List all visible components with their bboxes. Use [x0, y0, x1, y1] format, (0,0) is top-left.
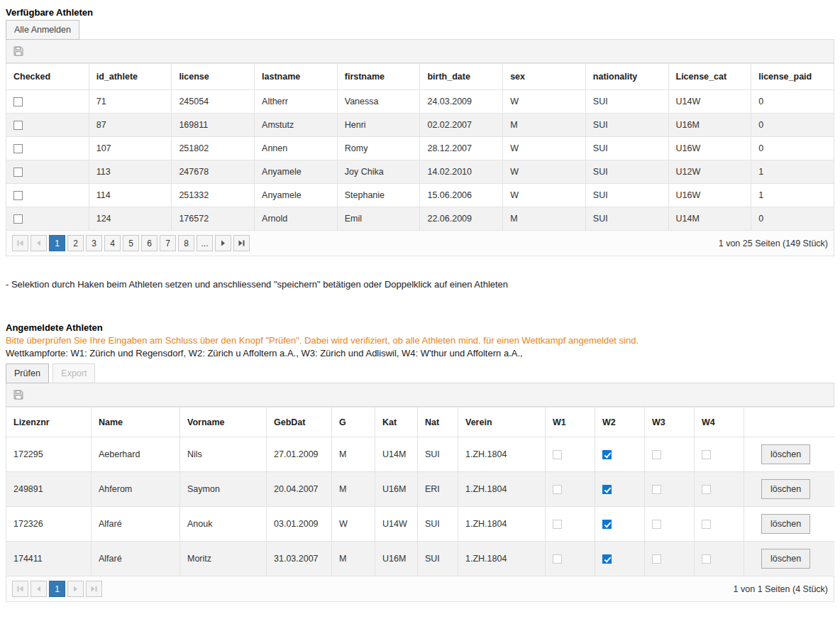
w1-checkbox[interactable]: [553, 485, 562, 494]
w2-checkbox[interactable]: [602, 485, 612, 494]
athlete-row[interactable]: 124 176572 Arnold Emil 22.06.2009 M SUI …: [6, 207, 834, 231]
col-header-firstname[interactable]: firstname: [337, 64, 420, 90]
cell-w2: [595, 542, 645, 576]
w4-checkbox[interactable]: [702, 485, 711, 494]
cell-license: 176572: [172, 207, 255, 231]
col-header-birth-date[interactable]: birth_date: [420, 64, 503, 90]
row-select-checkbox[interactable]: [13, 144, 23, 153]
cell-license-paid: 0: [751, 114, 834, 137]
row-select-checkbox[interactable]: [13, 214, 23, 224]
cell-nat: SUI: [418, 542, 458, 576]
w2-checkbox[interactable]: [602, 450, 612, 459]
athlete-row[interactable]: 114 251332 Anyamele Stephanie 15.06.2006…: [6, 184, 834, 207]
col-header-w1[interactable]: W1: [546, 407, 595, 437]
pager-page-button[interactable]: 6: [141, 235, 158, 251]
col-header-verein[interactable]: Verein: [458, 407, 546, 437]
registered-athlete-row[interactable]: 172326 Alfaré Anouk 03.01.2009 W U14W SU…: [6, 507, 835, 542]
row-select-checkbox[interactable]: [13, 168, 23, 177]
registered-athlete-row[interactable]: 174411 Alfaré Moritz 31.03.2007 M U16M S…: [6, 542, 835, 576]
w2-checkbox[interactable]: [602, 520, 612, 529]
pager-prev-button[interactable]: [31, 581, 47, 597]
pager-next-button[interactable]: [67, 581, 84, 597]
w3-checkbox[interactable]: [652, 485, 661, 494]
w3-checkbox[interactable]: [652, 450, 661, 459]
w1-checkbox[interactable]: [553, 450, 562, 459]
cell-lastname: Anyamele: [255, 160, 338, 184]
col-header-g[interactable]: G: [332, 407, 375, 437]
athlete-row[interactable]: 107 251802 Annen Romy 28.12.2007 W SUI U…: [6, 137, 834, 160]
register-all-button[interactable]: Alle Anmelden: [6, 20, 79, 40]
col-header-name[interactable]: Name: [92, 407, 180, 437]
delete-button[interactable]: löschen: [761, 514, 810, 534]
export-button[interactable]: Export: [52, 363, 95, 383]
delete-button[interactable]: löschen: [761, 549, 810, 569]
save-button[interactable]: [13, 389, 24, 400]
pager-first-button[interactable]: [12, 235, 28, 251]
venues-text: Wettkampforte: W1: Zürich und Regensdorf…: [6, 348, 834, 358]
w4-checkbox[interactable]: [702, 554, 711, 564]
col-header-kat[interactable]: Kat: [375, 407, 418, 437]
w1-checkbox[interactable]: [553, 520, 562, 529]
pager-prev-button[interactable]: [31, 235, 47, 251]
pager-page-button[interactable]: 8: [178, 235, 194, 251]
check-button[interactable]: Prüfen: [6, 363, 49, 383]
athlete-row[interactable]: 113 247678 Anyamele Joy Chika 14.02.2010…: [6, 160, 834, 184]
prev-page-icon: [35, 240, 42, 246]
w3-checkbox[interactable]: [652, 520, 661, 529]
col-header-gebdat[interactable]: GebDat: [267, 407, 332, 437]
pager-page-button[interactable]: 2: [67, 235, 84, 251]
athlete-row[interactable]: 87 169811 Amstutz Henri 02.02.2007 M SUI…: [6, 114, 834, 137]
cell-vorname: Anouk: [180, 507, 267, 542]
delete-button[interactable]: löschen: [761, 479, 810, 499]
pager-page-button[interactable]: 1: [49, 581, 65, 597]
cell-license-cat: U12W: [668, 160, 751, 184]
col-header-w2[interactable]: W2: [595, 407, 645, 437]
save-button[interactable]: [13, 45, 24, 57]
cell-checked: [6, 137, 89, 160]
cell-nat: SUI: [418, 507, 458, 542]
pager-next-button[interactable]: [215, 235, 231, 251]
pager-first-button[interactable]: [12, 581, 28, 597]
w3-checkbox[interactable]: [652, 554, 661, 564]
cell-verein: 1.ZH.1804: [458, 542, 546, 576]
pager-page-list: 1 2 3 4 5 6 7 8 ...: [49, 235, 215, 251]
col-header-lastname[interactable]: lastname: [255, 64, 338, 90]
w4-checkbox[interactable]: [702, 450, 711, 459]
col-header-license-cat[interactable]: License_cat: [668, 64, 751, 90]
col-header-sex[interactable]: sex: [503, 64, 586, 90]
cell-name: Alfaré: [92, 507, 180, 542]
delete-button[interactable]: löschen: [761, 444, 810, 464]
w1-checkbox[interactable]: [553, 554, 562, 564]
row-select-checkbox[interactable]: [13, 121, 23, 130]
registered-athlete-row[interactable]: 172295 Aeberhard Nils 27.01.2009 M U14M …: [6, 437, 835, 472]
col-header-w3[interactable]: W3: [645, 407, 695, 437]
col-header-id-athlete[interactable]: id_athlete: [89, 64, 172, 90]
cell-gebdat: 20.04.2007: [267, 472, 332, 507]
col-header-w4[interactable]: W4: [695, 407, 744, 437]
athlete-row[interactable]: 71 245054 Altherr Vanessa 24.03.2009 W S…: [6, 90, 834, 114]
pager-page-button[interactable]: 1: [49, 235, 65, 251]
pager-page-button[interactable]: 7: [160, 235, 176, 251]
row-select-checkbox[interactable]: [13, 97, 23, 106]
row-select-checkbox[interactable]: [13, 191, 23, 200]
cell-w1: [546, 437, 595, 472]
col-header-license[interactable]: license: [172, 64, 255, 90]
pager-page-button[interactable]: ...: [197, 235, 213, 251]
pager-page-button[interactable]: 3: [86, 235, 102, 251]
col-header-vorname[interactable]: Vorname: [180, 407, 267, 437]
col-header-checked[interactable]: Checked: [6, 64, 89, 90]
col-header-lizenznr[interactable]: Lizenznr: [6, 407, 92, 437]
w2-checkbox[interactable]: [602, 554, 612, 564]
col-header-nat[interactable]: Nat: [418, 407, 458, 437]
pager-page-button[interactable]: 4: [104, 235, 121, 251]
cell-firstname: Emil: [337, 207, 420, 231]
pager-last-button[interactable]: [233, 235, 250, 251]
registered-title: Angemeldete Athleten: [6, 321, 834, 333]
registered-athlete-row[interactable]: 249891 Ahferom Saymon 20.04.2007 M U16M …: [6, 472, 835, 507]
pager-last-button[interactable]: [86, 581, 102, 597]
w4-checkbox[interactable]: [702, 520, 711, 529]
col-header-license-paid[interactable]: license_paid: [751, 64, 834, 90]
col-header-nationality[interactable]: nationality: [585, 64, 668, 90]
cell-vorname: Nils: [180, 437, 267, 472]
pager-page-button[interactable]: 5: [123, 235, 139, 251]
